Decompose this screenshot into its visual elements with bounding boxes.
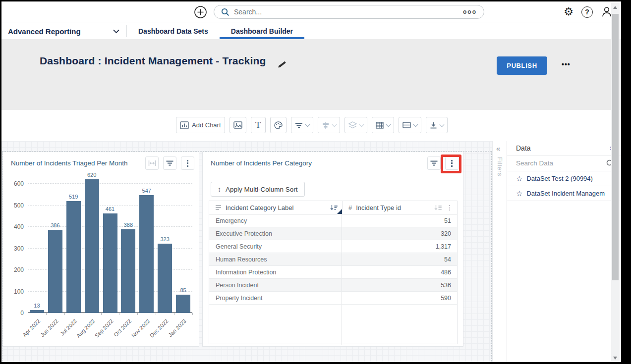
publish-button[interactable]: PUBLISH [497, 56, 547, 75]
table-row[interactable]: Person Incident536 [209, 279, 457, 292]
scroll-up-arrow-icon[interactable] [613, 6, 617, 9]
bar-value-label: 388 [118, 222, 138, 228]
align-menu-button[interactable] [318, 117, 340, 133]
sort-icon[interactable] [434, 205, 442, 210]
bar-Aug 2022[interactable] [85, 179, 99, 313]
filters-tab-label[interactable]: Filters [496, 157, 504, 176]
category-cell: Executive Protection [209, 227, 342, 240]
grid-menu-button[interactable] [372, 117, 394, 133]
bar-value-label: 547 [137, 188, 157, 194]
y-tick-label: 600 [14, 180, 24, 187]
value-cell: 590 [342, 292, 457, 304]
bar-Sep 2022[interactable] [103, 213, 117, 313]
vertical-scrollbar[interactable] [611, 3, 620, 362]
layout-icon [402, 122, 411, 128]
bar-Jan 2023[interactable] [176, 295, 190, 313]
dataset-item[interactable]: ☆DataSet Test 2 (90994)› [507, 171, 621, 186]
bar-Jul 2022[interactable] [66, 201, 81, 313]
value-cell: 54 [342, 253, 457, 265]
filters-panel-collapsed[interactable]: « Filters [492, 141, 507, 362]
chart-kebab-menu-button[interactable] [181, 156, 194, 170]
category-cell: Human Resources [209, 253, 342, 265]
tab-dashboard-builder[interactable]: Dashboard Builder [220, 22, 304, 40]
dashboard-canvas[interactable]: Number of Incidents Triaged Per Month 01… [1, 141, 492, 362]
category-cell: General Security [209, 240, 342, 253]
scrollbar-thumb[interactable] [612, 14, 619, 280]
table-row[interactable]: Human Resources54 [209, 253, 457, 266]
y-tick-label: 100 [14, 288, 24, 295]
kebab-menu-icon [451, 160, 453, 167]
add-chart-button[interactable]: Add Chart [176, 117, 225, 133]
bar-Nov 2022[interactable] [139, 195, 154, 313]
category-cell: Emergency [209, 214, 342, 227]
table-row[interactable]: Emergency51 [209, 214, 457, 227]
dashboard-header-band: Dashboard : Incident Management - Tracki… [1, 39, 621, 110]
image-icon [233, 121, 242, 129]
value-cell: 51 [342, 214, 457, 227]
chevron-down-icon [386, 122, 391, 127]
multi-column-sort-button[interactable]: ↕ Apply Multi-Column Sort [211, 182, 305, 197]
tab-dashboard-data-sets[interactable]: Dashboard Data Sets [127, 22, 220, 40]
chevron-down-icon [439, 122, 444, 127]
dataset-item[interactable]: ☆DataSet Incident Management ...› [507, 186, 621, 201]
app-menu-dropdown[interactable]: Advanced Reporting [1, 22, 126, 40]
layers-menu-button[interactable] [344, 117, 367, 133]
value-cell: 486 [342, 266, 457, 278]
data-search-input[interactable]: Search Data [507, 156, 621, 171]
layers-icon [348, 121, 357, 129]
data-table: Incident Category Label # Incident Type … [209, 201, 458, 344]
chevron-down-icon [305, 122, 310, 127]
table-body: Emergency51Executive Protection320Genera… [209, 214, 457, 305]
edit-pencil-icon[interactable] [277, 60, 286, 69]
more-actions-button[interactable]: ••• [562, 60, 571, 68]
dataset-label: DataSet Test 2 (90994) [526, 175, 605, 182]
bar-value-label: 386 [45, 222, 65, 228]
fit-width-button[interactable] [145, 156, 159, 170]
star-icon[interactable]: ☆ [516, 175, 522, 182]
add-circle-icon[interactable] [194, 5, 207, 19]
search-options-icon[interactable]: ooo [463, 9, 477, 15]
data-panel-header: Data » [507, 141, 621, 156]
nav-row: Advanced Reporting Dashboard Data Sets D… [1, 22, 621, 41]
chart-widget-title: Number of Incidents Triaged Per Month [11, 159, 128, 167]
collapse-left-icon[interactable]: « [496, 144, 500, 153]
chevron-down-icon [332, 122, 337, 127]
category-cell: Person Incident [209, 279, 342, 291]
add-text-button[interactable]: T [251, 117, 266, 133]
style-palette-button[interactable] [270, 117, 287, 133]
help-icon[interactable]: ? [581, 6, 593, 18]
scroll-down-arrow-icon[interactable] [613, 357, 617, 360]
column-kebab-menu-icon[interactable]: ⋮ [446, 204, 453, 211]
global-search-input[interactable]: Search... ooo [214, 5, 484, 19]
download-menu-button[interactable] [426, 117, 448, 133]
column-header-category[interactable]: Incident Category Label [209, 201, 342, 214]
add-image-button[interactable] [229, 117, 246, 133]
x-tick-label: Dec 2022 [148, 318, 169, 339]
filter-menu-button[interactable] [291, 117, 313, 133]
bar-Oct 2022[interactable] [121, 229, 135, 313]
grid-icon [376, 122, 384, 129]
chart-widget[interactable]: Number of Incidents Triaged Per Month 01… [2, 152, 199, 347]
table-row[interactable]: General Security1,317 [209, 240, 457, 253]
settings-gear-icon[interactable]: ⚙ [564, 5, 574, 18]
layout-menu-button[interactable] [399, 117, 421, 133]
bar-value-label: 519 [63, 194, 83, 200]
table-filter-button[interactable] [427, 156, 441, 170]
bar-Jun 2022[interactable] [48, 230, 62, 313]
search-icon [221, 8, 229, 16]
table-row[interactable]: Property Incident590 [209, 292, 457, 305]
star-icon[interactable]: ☆ [516, 190, 522, 197]
filter-icon [295, 122, 303, 128]
table-kebab-menu-button[interactable] [445, 156, 459, 170]
column-header-type-id[interactable]: # Incident Type id ⋮ [342, 201, 457, 214]
dataset-list: ☆DataSet Test 2 (90994)›☆DataSet Inciden… [507, 171, 621, 201]
table-row[interactable]: Information Protection486 [209, 266, 457, 279]
table-widget[interactable]: Number of Incidents Per Category ↕ Apply… [202, 152, 463, 347]
value-cell: 536 [342, 279, 457, 291]
number-type-icon: # [348, 204, 352, 211]
topbar-icons: ⚙ ? [564, 5, 613, 18]
chart-filter-button[interactable] [163, 156, 176, 170]
bar-Dec 2022[interactable] [158, 244, 172, 313]
bar-value-label: 13 [27, 303, 47, 309]
table-row[interactable]: Executive Protection320 [209, 227, 457, 240]
